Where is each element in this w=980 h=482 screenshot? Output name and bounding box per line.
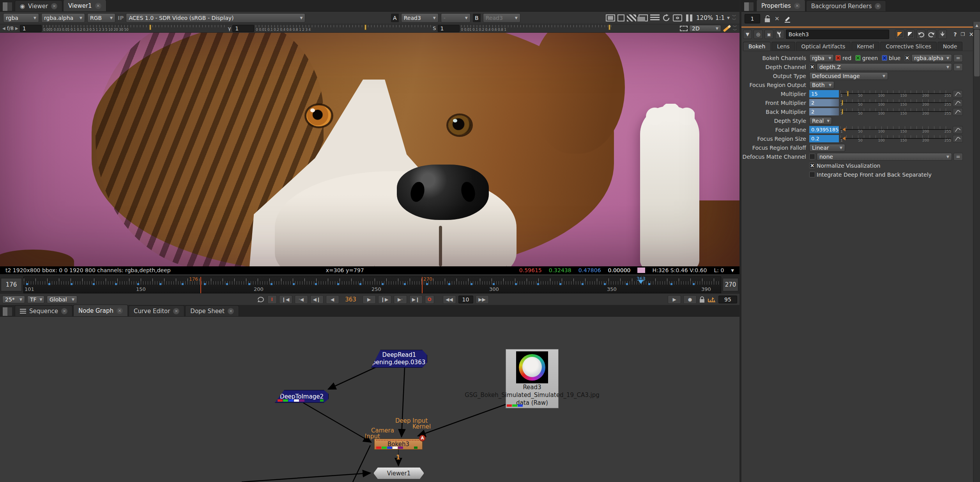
step-forward-button[interactable]: ❙▶	[378, 295, 391, 304]
frame-step-input[interactable]: 10	[458, 296, 473, 303]
loop-mode-icon[interactable]	[256, 296, 265, 303]
layer-dropdown[interactable]: rgba▼	[3, 13, 39, 23]
flipbook-play-icon[interactable]: ▶	[668, 295, 681, 304]
a-buffer-dropdown[interactable]: Read3▼	[401, 13, 439, 23]
panel-grip-icon[interactable]	[2, 307, 12, 316]
b-buffer-dropdown[interactable]: Read3▼	[483, 13, 520, 23]
scroll-up-icon[interactable]: ▲	[973, 22, 980, 29]
next-keyframe-button[interactable]: ▶·	[394, 295, 407, 304]
prev-keyframe-button[interactable]: ·◀	[295, 295, 308, 304]
channels-equals-button[interactable]: =	[953, 54, 963, 62]
node-read3[interactable]: Read3 GSG_Bokeh_Simulated_Simulated_19_C…	[506, 349, 559, 408]
collapse-toolbar-icon[interactable]: ﹀﹀	[732, 14, 736, 21]
multiplier-input[interactable]: 15	[809, 90, 839, 97]
close-icon[interactable]: ×	[875, 3, 881, 9]
frame-range-dropdown[interactable]: Global▼	[47, 296, 77, 303]
tab-curve-editor[interactable]: Curve Editor ×	[129, 305, 184, 316]
tab-kernel[interactable]: Kernel	[851, 42, 879, 51]
goto-start-button[interactable]: ❙◀	[279, 295, 292, 304]
view-mode-dropdown[interactable]: 2D▼	[689, 25, 721, 32]
center-node-icon[interactable]: ◎	[754, 30, 762, 39]
jump-back-button[interactable]: ◀◀	[443, 295, 456, 304]
play-forward-button[interactable]: ▶	[363, 295, 376, 304]
panel-grip-icon[interactable]	[2, 2, 12, 11]
wipe-icon[interactable]	[639, 14, 648, 21]
channel-red-checkbox[interactable]	[835, 55, 841, 61]
fps-dropdown[interactable]: 25*▼	[2, 296, 25, 303]
saturation-slider[interactable]: 0 0.01 0.1 0.2 0.4 0.6 0.8 1	[461, 25, 613, 32]
focus-region-size-slider[interactable]: 150 100150 200255	[840, 135, 951, 143]
defocus-matte-dropdown[interactable]: none▼	[817, 153, 952, 161]
depth-channel-dropdown[interactable]: depth.Z▼	[817, 63, 952, 71]
tab-viewer[interactable]: ◉ Viewer ×	[15, 0, 62, 11]
integrate-deep-checkbox[interactable]	[809, 172, 815, 177]
bokeh-channels-dropdown[interactable]: rgba▼	[809, 54, 834, 62]
in-marker[interactable]	[200, 277, 201, 294]
chevron-down-icon[interactable]: ▼	[731, 268, 734, 273]
defocus-matte-checkbox[interactable]	[809, 154, 815, 159]
viewer-canvas[interactable]	[0, 33, 739, 266]
panel-stack-limit-input[interactable]: 1	[745, 14, 760, 23]
saturation-input[interactable]: 1	[438, 25, 460, 32]
annotate-pencil-icon[interactable]	[723, 25, 731, 32]
scrollbar-thumb[interactable]	[974, 30, 980, 76]
postage-stamp-icon[interactable]: ▣	[764, 30, 773, 39]
back-multiplier-input[interactable]: 2	[809, 108, 839, 115]
timeline-mode-dropdown[interactable]: TF▼	[27, 296, 44, 303]
scanline-render-icon[interactable]	[650, 14, 660, 21]
tab-background-renders[interactable]: Background Renders ×	[806, 0, 886, 11]
collapse-panel-icon[interactable]: ▼	[743, 30, 752, 39]
undo-icon[interactable]	[916, 30, 925, 39]
roi-icon[interactable]	[673, 14, 682, 21]
lock-range-icon[interactable]	[699, 296, 705, 303]
node-name-field[interactable]: Bokeh3	[786, 30, 889, 39]
jump-forward-button[interactable]: ▶▶	[476, 295, 489, 304]
depth-style-dropdown[interactable]: Real▼	[809, 117, 832, 125]
ab-blend-dropdown[interactable]: -▼	[441, 13, 471, 23]
revert-icon[interactable]	[938, 30, 947, 39]
channel-alpha-checkbox[interactable]	[904, 55, 910, 61]
multiplier-slider[interactable]: 150 100150 200255	[840, 90, 951, 98]
tab-properties[interactable]: Properties ×	[756, 0, 805, 11]
output-type-dropdown[interactable]: Defocused Image▼	[809, 72, 888, 80]
front-multiplier-slider[interactable]: 150 100150 200255	[840, 99, 951, 107]
node-graph[interactable]: DeepRead1 s1opening.deep.0363.exr DeepTo…	[0, 317, 739, 482]
curve-icon[interactable]	[953, 108, 963, 116]
node-deepread1[interactable]: DeepRead1 s1opening.deep.0363.exr	[371, 350, 427, 368]
lock-panels-icon[interactable]	[764, 15, 771, 23]
normalize-visualization-checkbox[interactable]	[809, 163, 815, 168]
curve-icon[interactable]	[953, 99, 963, 107]
goto-end-button[interactable]: ▶❙	[409, 295, 423, 304]
depth-channel-checkbox[interactable]	[809, 64, 815, 70]
tab-optical-artifacts[interactable]: Optical Artifacts	[796, 42, 851, 51]
fstop-prev-icon[interactable]: ◀	[2, 26, 5, 30]
close-icon[interactable]: ×	[794, 3, 800, 9]
tab-sequence[interactable]: Sequence ×	[15, 305, 73, 316]
node-viewer1[interactable]: Viewer1	[373, 467, 424, 479]
close-all-panels-icon[interactable]: ✕	[775, 15, 780, 22]
fps-meter-icon[interactable]	[708, 296, 716, 303]
record-icon[interactable]: ●	[683, 295, 697, 304]
node-deeptoimage2[interactable]: DeepToImage2	[275, 390, 329, 403]
fstop-next-icon[interactable]: ▶	[15, 26, 18, 30]
float-panel-icon[interactable]: ❐	[958, 30, 967, 39]
depth-equals-button[interactable]: =	[953, 63, 963, 71]
step-back-button[interactable]: ◀❙	[310, 295, 324, 304]
back-multiplier-slider[interactable]: 150 100150 200255	[840, 108, 951, 116]
input-process-button[interactable]: IP	[118, 15, 124, 21]
close-icon[interactable]: ×	[117, 308, 123, 314]
out-marker[interactable]	[422, 277, 423, 294]
node-bokeh3[interactable]: Bokeh3 A	[374, 439, 423, 450]
redo-icon[interactable]	[927, 30, 936, 39]
matte-equals-button[interactable]: =	[953, 153, 963, 161]
curve-icon[interactable]	[953, 135, 963, 143]
frame-display-icon[interactable]	[606, 14, 615, 21]
focus-region-size-input[interactable]: 0.2	[809, 135, 839, 142]
tab-bokeh[interactable]: Bokeh	[743, 42, 771, 51]
close-icon[interactable]: ×	[95, 3, 101, 9]
chevron-down-icon[interactable]: ▼	[727, 16, 730, 20]
node-color-icon[interactable]	[895, 30, 904, 39]
proxy-mode-icon[interactable]	[627, 14, 636, 21]
range-in-input[interactable]: 176	[1, 278, 22, 291]
tab-lens[interactable]: Lens	[771, 42, 795, 51]
